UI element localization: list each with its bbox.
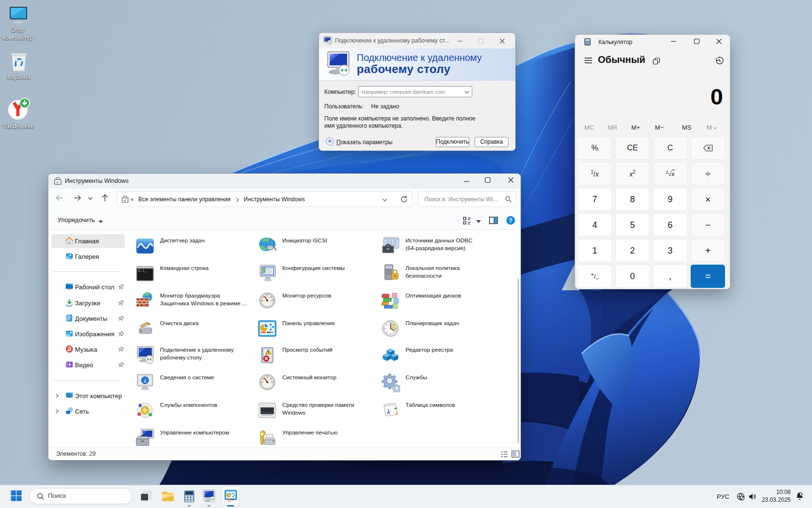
svg-text:z: z [801,492,803,495]
svg-text:?: ? [509,217,512,224]
svg-text:C:\_: C:\_ [138,269,147,273]
